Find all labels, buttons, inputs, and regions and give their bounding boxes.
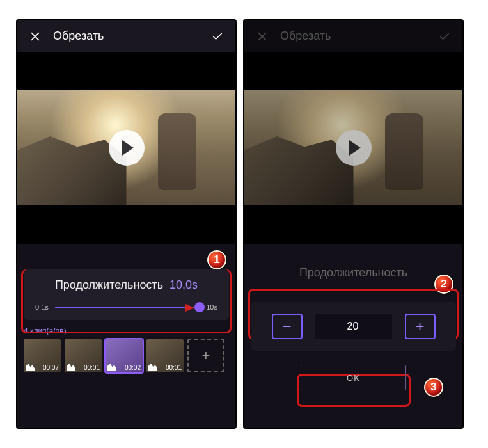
header: Обрезать (244, 20, 462, 52)
annotation-badge-3: 3 (424, 378, 443, 397)
duration-label: Продолжительность (244, 266, 462, 280)
confirm-icon[interactable] (438, 30, 451, 43)
clip-thumb[interactable] (65, 339, 102, 372)
screen-right: Обрезать Продолжительность 2 − 20 + OK 3 (243, 19, 464, 429)
close-icon[interactable] (29, 30, 42, 43)
clips-row: 4 клип(а/ов) + (24, 326, 229, 372)
duration-panel: Продолжительность 10,0s 0.1s 10s (24, 269, 229, 320)
duration-slider[interactable] (55, 307, 200, 308)
text-cursor (359, 321, 359, 332)
arrow-icon (185, 304, 194, 312)
confirm-icon[interactable] (211, 30, 224, 43)
slider-min-label: 0.1s (35, 303, 49, 311)
duration-input[interactable]: 20 (315, 314, 392, 339)
play-icon[interactable] (336, 130, 372, 166)
add-clip-button[interactable]: + (187, 339, 224, 372)
increment-button[interactable]: + (405, 314, 436, 339)
clip-thumb[interactable] (146, 339, 184, 372)
slider-thumb[interactable] (194, 302, 205, 312)
page-title: Обрезать (280, 29, 438, 43)
video-preview (244, 52, 462, 244)
ok-button[interactable]: OK (301, 365, 406, 390)
clip-thumb[interactable] (24, 339, 61, 372)
duration-stepper: − 20 + (251, 302, 456, 351)
duration-input-value: 20 (347, 321, 359, 332)
screen-left: Обрезать 1 Продолжительность 10,0s 0.1s … (16, 19, 237, 429)
slider-max-label: 10s (206, 303, 217, 311)
video-preview (17, 52, 235, 244)
controls-area: Продолжительность 2 − 20 + OK 3 (244, 244, 462, 428)
annotation-badge-1: 1 (207, 250, 226, 269)
page-title: Обрезать (53, 29, 211, 43)
header: Обрезать (17, 20, 235, 52)
clips-count: 4 клип(а/ов) (24, 326, 229, 335)
decrement-button[interactable]: − (272, 314, 303, 339)
play-icon[interactable] (109, 130, 145, 166)
controls-area: 1 Продолжительность 10,0s 0.1s 10s 4 кли… (17, 244, 235, 428)
duration-value[interactable]: 10,0s (169, 278, 198, 292)
close-icon[interactable] (256, 30, 269, 43)
clip-thumb[interactable] (106, 339, 143, 372)
ok-label: OK (347, 373, 360, 383)
duration-label: Продолжительность (55, 278, 163, 292)
